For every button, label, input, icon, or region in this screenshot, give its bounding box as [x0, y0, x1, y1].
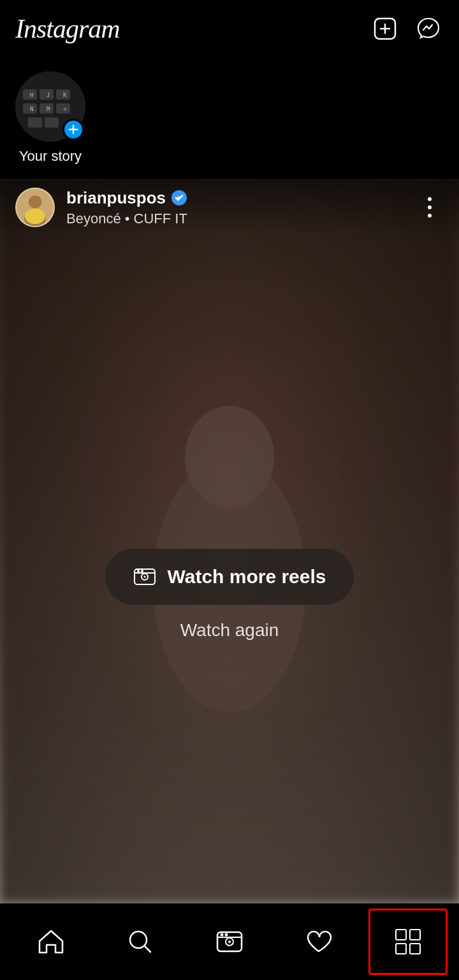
svg-rect-35 — [410, 930, 420, 940]
svg-rect-34 — [396, 930, 406, 940]
search-icon — [126, 927, 155, 956]
home-icon — [36, 927, 66, 956]
app-header: Instagram — [0, 0, 459, 57]
svg-text:H: H — [30, 92, 33, 98]
svg-point-28 — [130, 932, 147, 948]
add-story-button[interactable] — [62, 119, 84, 140]
watch-more-reels-button[interactable]: Watch more reels — [105, 549, 354, 605]
your-story-item[interactable]: H J K N M < Your story — [15, 71, 85, 165]
verified-badge-icon — [171, 189, 187, 206]
your-story-avatar-wrapper: H J K N M < — [15, 71, 85, 142]
svg-point-27 — [141, 570, 143, 572]
post-subtitle: Beyoncé • CUFF IT — [66, 211, 187, 227]
post-more-options-button[interactable] — [416, 193, 444, 221]
your-story-label: Your story — [19, 148, 82, 165]
reels-nav-icon — [215, 927, 244, 956]
nav-profile[interactable] — [363, 903, 453, 980]
post-username-row: brianpuspos — [66, 188, 187, 208]
svg-point-32 — [221, 933, 224, 937]
profile-grid-icon — [393, 927, 423, 956]
post-header: brianpuspos Beyoncé • CUFF IT — [0, 179, 459, 236]
svg-point-17 — [185, 406, 274, 508]
watch-controls: Watch more reels Watch again — [0, 549, 459, 641]
svg-text:<: < — [63, 106, 67, 112]
messenger-button[interactable] — [413, 13, 444, 44]
watch-more-reels-label: Watch more reels — [168, 566, 326, 588]
svg-point-26 — [137, 570, 140, 572]
svg-point-19 — [29, 195, 42, 209]
new-post-button[interactable] — [370, 13, 400, 44]
nav-search[interactable] — [96, 903, 185, 980]
svg-point-25 — [143, 576, 145, 578]
stories-section: H J K N M < Your story — [0, 57, 459, 179]
svg-rect-37 — [410, 944, 420, 954]
svg-point-33 — [225, 933, 228, 937]
nav-reels[interactable] — [185, 903, 274, 980]
nav-home[interactable] — [6, 903, 96, 980]
reel-content-area — [0, 179, 459, 903]
svg-text:K: K — [63, 92, 67, 98]
svg-rect-36 — [396, 944, 406, 954]
svg-rect-9 — [45, 117, 59, 128]
svg-point-31 — [228, 940, 231, 943]
post-user-avatar[interactable] — [15, 188, 55, 227]
svg-rect-8 — [28, 117, 42, 128]
watch-again-label: Watch again — [180, 620, 279, 640]
heart-icon — [304, 927, 333, 956]
header-actions — [370, 13, 444, 44]
reels-icon — [133, 565, 156, 588]
watch-again-button[interactable]: Watch again — [180, 620, 279, 641]
svg-text:M: M — [47, 106, 50, 112]
post-username: brianpuspos — [66, 188, 166, 208]
post-user-details: brianpuspos Beyoncé • CUFF IT — [66, 188, 187, 227]
svg-point-21 — [25, 209, 45, 224]
svg-text:N: N — [30, 106, 33, 112]
bottom-navigation — [0, 903, 459, 980]
nav-activity[interactable] — [274, 903, 363, 980]
app-logo: Instagram — [15, 13, 120, 44]
svg-text:J: J — [47, 92, 50, 98]
post-user-info[interactable]: brianpuspos Beyoncé • CUFF IT — [15, 188, 187, 227]
